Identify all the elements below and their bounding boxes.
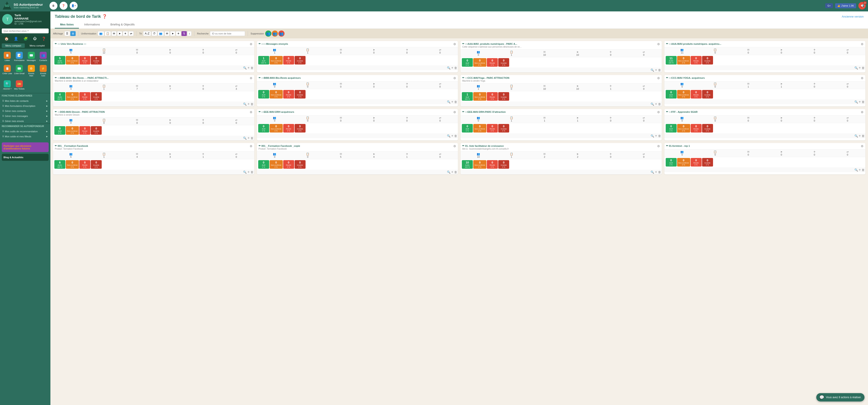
power-icon[interactable]: ⏻ bbox=[33, 37, 37, 41]
list-title[interactable]: ✏ —BBB-MAV-Bio-Resto acquéreurs bbox=[259, 76, 454, 79]
unif-send1-btn[interactable]: ➤ bbox=[117, 31, 122, 36]
like-button[interactable]: 👍 J'aime 1.9K bbox=[835, 3, 856, 8]
delete-action-icon[interactable]: 🗑 bbox=[658, 171, 661, 174]
add-action-icon[interactable]: + bbox=[655, 102, 657, 106]
search-action-icon[interactable]: 🔍 bbox=[651, 171, 654, 174]
settings-icon[interactable]: ⚙ bbox=[861, 110, 864, 114]
settings-icon[interactable]: ⚙ bbox=[861, 76, 864, 80]
link-gerer-envois[interactable]: ℹ Gérer mes envois ▶ bbox=[0, 118, 51, 123]
list-title[interactable]: ✏ —EEE-MAV-DRH acquéreurs bbox=[259, 110, 454, 113]
delete-button[interactable]: 🗑 bbox=[50, 2, 57, 10]
add-action-icon[interactable]: + bbox=[859, 134, 861, 138]
settings-icon[interactable]: ⚙ bbox=[250, 76, 252, 80]
sidebar-item-envois-man[interactable]: ⚙ Envois Man bbox=[26, 64, 37, 78]
delete-action-icon[interactable]: 🗑 bbox=[454, 66, 457, 69]
add-action-icon[interactable]: + bbox=[451, 134, 453, 138]
search-action-icon[interactable]: 🔍 bbox=[447, 134, 451, 138]
delete-action-icon[interactable]: 🗑 bbox=[862, 100, 865, 104]
link-mes-listes-contacts[interactable]: ℹ Mes listes de contacts ▶ bbox=[0, 98, 51, 103]
tri-mail2-btn[interactable]: ✉ bbox=[164, 31, 169, 36]
add-action-icon[interactable]: + bbox=[247, 102, 249, 106]
search-action-icon[interactable]: 🔍 bbox=[855, 168, 858, 172]
sidebar-item-formulaires[interactable]: 📝 Formulaires bbox=[13, 51, 25, 63]
delete-action-icon[interactable]: 🗑 bbox=[454, 100, 457, 104]
blog-block[interactable]: Blog & Actualités bbox=[2, 154, 49, 161]
delete-action-icon[interactable]: 🗑 bbox=[658, 134, 661, 138]
list-title[interactable]: ✏ 01-formtest - rep 1 bbox=[666, 144, 861, 147]
sidebar-item-messages[interactable]: ✉️ Messages bbox=[26, 51, 37, 63]
delete-action-icon[interactable]: 🗑 bbox=[862, 134, 865, 138]
list-title[interactable]: ✏ —CCC-MAV-YOGA- acquéreurs bbox=[666, 76, 861, 79]
tri-users2-btn[interactable]: 👥 bbox=[158, 31, 164, 36]
unif-send2-btn[interactable]: ✈ bbox=[123, 31, 128, 36]
search-action-icon[interactable]: 🔍 bbox=[855, 100, 858, 104]
tri-send4-btn[interactable]: ✈ bbox=[176, 31, 181, 36]
sidebar-item-tickets[interactable]: 🎫 Mes Tickets bbox=[13, 79, 25, 91]
search-action-icon[interactable]: 🔍 bbox=[447, 100, 451, 104]
delete-action-icon[interactable]: 🗑 bbox=[251, 137, 253, 140]
tri-sort-btn[interactable]: ⇅ bbox=[182, 31, 187, 36]
settings-icon[interactable]: ⚙ bbox=[250, 144, 252, 148]
settings-icon[interactable]: ⚙ bbox=[453, 144, 456, 148]
settings-icon[interactable]: ⚙ bbox=[453, 42, 456, 46]
add-action-icon[interactable]: + bbox=[859, 168, 861, 172]
add-action-icon[interactable]: + bbox=[451, 100, 453, 104]
list-title[interactable]: ✏ —DDD-MAV-Dessin - PARC ATTRACTION bbox=[55, 110, 250, 113]
search-action-icon[interactable]: 🔍 bbox=[243, 137, 247, 140]
sidebar-item-contacts[interactable]: 👥 Contacts bbox=[38, 51, 49, 63]
sidebar-item-envois-auto[interactable]: ⚡ Envois Auto bbox=[38, 64, 49, 78]
promo-block[interactable]: Participer aux décisions d'améliorations… bbox=[2, 142, 49, 152]
list-view-btn[interactable]: ☰ bbox=[64, 31, 70, 36]
tab-briefing[interactable]: Briefing & Objectifs bbox=[105, 21, 140, 29]
grid-view-btn[interactable]: ⊞ bbox=[70, 31, 75, 36]
add-action-icon[interactable]: + bbox=[247, 136, 249, 140]
link-gerer-messages[interactable]: ℹ Gérer mes messages ▶ bbox=[0, 113, 51, 118]
sidebar-item-creer-email[interactable]: ✉️ Créer Email bbox=[13, 64, 25, 78]
dashboard-help-icon[interactable]: ❓ bbox=[102, 14, 107, 19]
user-icon[interactable]: 👤 bbox=[14, 37, 18, 41]
sidebar-item-listes[interactable]: 📋 Listes bbox=[2, 51, 13, 63]
menu-complet-btn[interactable]: Menu complet bbox=[26, 44, 49, 48]
unif-mail-btn[interactable]: ✉ bbox=[111, 31, 117, 36]
list-title[interactable]: ✏ 001__Formation Facebook _copie bbox=[259, 144, 454, 147]
list-title[interactable]: ✏ —AAA-MAV-produits numériques- acquéreu… bbox=[666, 42, 861, 45]
add-action-icon[interactable]: + bbox=[655, 68, 657, 72]
link-solde-filleuls[interactable]: ℹ Mon solde et mes filleuls ▶ bbox=[0, 134, 51, 139]
tab-mes-listes[interactable]: Mes listes bbox=[55, 21, 79, 29]
link-gerer-contacts[interactable]: ℹ Gérer mes contacts ▶ bbox=[0, 108, 51, 113]
search-action-icon[interactable]: 🔍 bbox=[243, 171, 247, 174]
add-action-icon[interactable]: + bbox=[655, 134, 657, 138]
list-title[interactable]: ✏ 01- liste facilitateur de croissance bbox=[462, 144, 657, 147]
add-action-icon[interactable]: + bbox=[247, 170, 249, 174]
settings-icon[interactable]: ⚙ bbox=[250, 110, 252, 114]
tri-send3-btn[interactable]: ➤ bbox=[170, 31, 175, 36]
delete-action-icon[interactable]: 🗑 bbox=[454, 171, 457, 174]
search-action-icon[interactable]: 🔍 bbox=[447, 66, 451, 69]
list-title[interactable]: ✏ ——Messages envoyés bbox=[259, 42, 454, 45]
add-action-icon[interactable]: + bbox=[247, 66, 249, 70]
delete-action-icon[interactable]: 🗑 bbox=[658, 68, 661, 72]
list-title[interactable]: ✏ —CCC-MAVYoga - PARC ATTRACTION bbox=[462, 76, 657, 79]
search-action-icon[interactable]: 🔍 bbox=[243, 103, 247, 106]
tri-clock-btn[interactable]: ⏱ bbox=[151, 31, 157, 36]
filter-red-btn[interactable]: 👥 bbox=[278, 30, 284, 37]
delete-action-icon[interactable]: 🗑 bbox=[251, 103, 253, 106]
link-formulaires-inscription[interactable]: ℹ Mes formulaires d'inscription ▶ bbox=[0, 103, 51, 108]
list-title[interactable]: ✏ —AAA-MAV- produits numériques - PARC A… bbox=[462, 42, 657, 45]
list-title[interactable]: ✏ — Unis Vers Business — bbox=[55, 42, 250, 45]
filter-orange-btn[interactable]: 👥 bbox=[272, 30, 278, 37]
add-user-button[interactable]: 👤+ bbox=[70, 2, 78, 10]
chat-bubble[interactable]: 💬 Vous avez 8 actions à réaliser. bbox=[816, 393, 865, 402]
tri-sort2-btn[interactable]: ↕ bbox=[187, 31, 192, 36]
search-action-icon[interactable]: 🔍 bbox=[651, 134, 654, 138]
delete-action-icon[interactable]: 🗑 bbox=[862, 168, 865, 172]
filter-green-btn[interactable]: 👥 bbox=[265, 30, 271, 37]
unif-users-btn[interactable]: 👥 bbox=[98, 31, 104, 36]
settings-icon[interactable]: ⚙ bbox=[657, 110, 660, 114]
search-action-icon[interactable]: 🔍 bbox=[447, 171, 451, 174]
google-plus-button[interactable]: G+ bbox=[825, 3, 833, 8]
delete-action-icon[interactable]: 🗑 bbox=[251, 66, 253, 69]
settings-icon[interactable]: ⚙ bbox=[453, 76, 456, 80]
sidebar-search-input[interactable] bbox=[2, 29, 49, 33]
add-action-icon[interactable]: + bbox=[859, 100, 861, 104]
